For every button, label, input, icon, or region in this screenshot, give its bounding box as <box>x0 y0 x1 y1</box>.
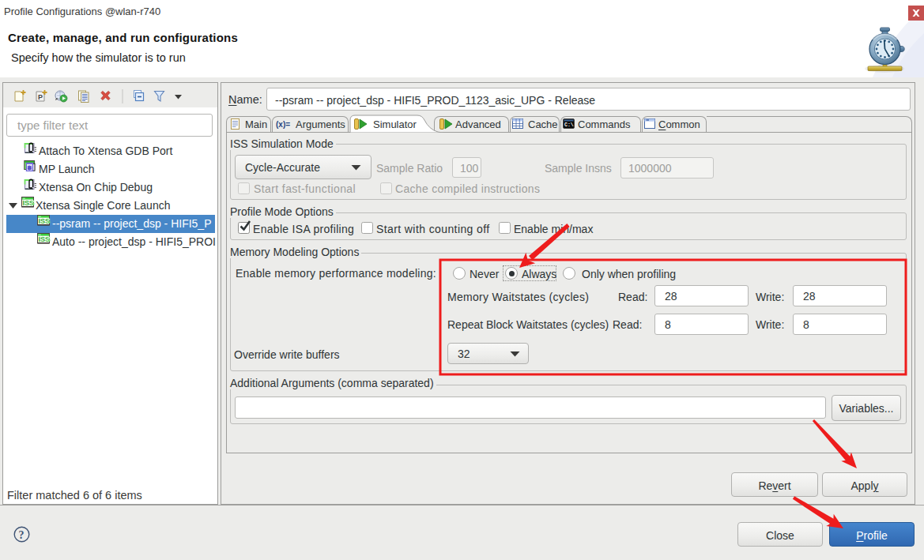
svg-text:?: ? <box>18 529 24 541</box>
svg-text:P: P <box>38 93 43 101</box>
svg-text:ISS: ISS <box>39 235 51 243</box>
svg-text:ISS: ISS <box>39 217 51 225</box>
svg-text:ISS: ISS <box>23 199 35 207</box>
svg-text:C:\: C:\ <box>564 122 574 128</box>
